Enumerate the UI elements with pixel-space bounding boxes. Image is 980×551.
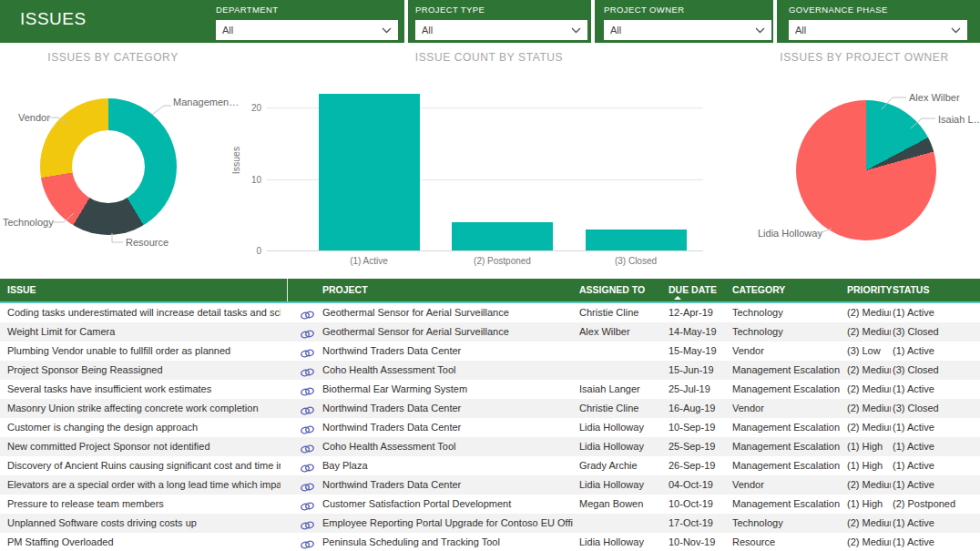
column-header-assigned_to[interactable]: ASSIGNED TO bbox=[579, 284, 666, 295]
sort-ascending-icon bbox=[674, 296, 681, 300]
link-icon[interactable] bbox=[300, 348, 315, 359]
donut-label-management-escalation: Managemen… bbox=[173, 97, 239, 107]
table-row[interactable]: PM Staffing OverloadedPeninsula Scheduli… bbox=[0, 533, 980, 551]
link-icon[interactable] bbox=[300, 463, 315, 474]
issue-link-cell[interactable] bbox=[300, 384, 315, 395]
due-date-cell: 16-Aug-19 bbox=[669, 399, 729, 418]
issues-by-project-owner-pie[interactable] bbox=[796, 100, 936, 240]
assigned-to-cell: Lidia Holloway bbox=[579, 533, 666, 551]
table-row[interactable]: Plumbing Vendor unable to fullfill order… bbox=[0, 342, 980, 361]
table-row[interactable]: Project Sponsor Being ReassignedCoho Hea… bbox=[0, 361, 980, 380]
assigned-to-cell bbox=[579, 361, 666, 380]
project-cell: Northwind Traders Data Center bbox=[322, 418, 573, 437]
column-header-project[interactable]: PROJECT bbox=[322, 284, 573, 295]
priority-cell: (2) Medium bbox=[847, 418, 891, 437]
issue-link-cell[interactable] bbox=[300, 480, 315, 491]
category-cell: Management Escalation bbox=[732, 380, 843, 399]
filter-dropdown-project-type[interactable]: All bbox=[415, 20, 587, 40]
table-row[interactable]: Several tasks have insufficient work est… bbox=[0, 380, 980, 399]
issue-link-cell[interactable] bbox=[300, 499, 315, 510]
issue-link-cell[interactable] bbox=[300, 518, 315, 529]
column-header-status[interactable]: STATUS bbox=[893, 284, 975, 295]
table-row[interactable]: Pressure to release team membersCustomer… bbox=[0, 495, 980, 514]
column-header-due_date[interactable]: DUE DATE bbox=[669, 284, 729, 295]
priority-cell: (2) Medium bbox=[847, 514, 891, 533]
status-bar-closed[interactable] bbox=[586, 230, 687, 250]
table-row[interactable]: Masonry Union strike affecting concrete … bbox=[0, 399, 980, 418]
issue-link-cell[interactable] bbox=[300, 442, 315, 453]
column-header-issue[interactable]: ISSUE bbox=[7, 284, 281, 295]
status-cell: (1) Active bbox=[893, 456, 975, 475]
issue-link-cell[interactable] bbox=[300, 537, 315, 548]
issue-link-cell[interactable] bbox=[300, 308, 315, 319]
x-category-label: (3) Closed bbox=[572, 256, 699, 266]
table-header: ISSUEPROJECTASSIGNED TODUE DATECATEGORYP… bbox=[0, 279, 980, 301]
donut-label-vendor: Vendor bbox=[18, 112, 50, 123]
chevron-down-icon bbox=[571, 27, 581, 34]
column-header-priority[interactable]: PRIORITY bbox=[847, 284, 891, 295]
link-icon[interactable] bbox=[300, 539, 315, 550]
link-icon[interactable] bbox=[300, 386, 315, 397]
y-tick-label: 10 bbox=[234, 175, 261, 185]
filter-label-project-owner: PROJECT OWNER bbox=[604, 5, 684, 15]
link-icon[interactable] bbox=[300, 424, 315, 435]
bar-chart-x-axis-line bbox=[267, 250, 703, 251]
pie-chart-title: ISSUES BY PROJECT OWNER bbox=[737, 51, 980, 64]
issue-link-cell[interactable] bbox=[300, 403, 315, 414]
header-tile-separator bbox=[773, 0, 777, 43]
issue-link-cell[interactable] bbox=[300, 365, 315, 376]
filter-value-department: All bbox=[222, 25, 233, 36]
project-cell: Northwind Traders Data Center bbox=[322, 399, 573, 418]
filter-value-project-type: All bbox=[422, 25, 433, 36]
category-cell: Technology bbox=[732, 514, 843, 533]
issue-link-cell[interactable] bbox=[300, 423, 315, 434]
category-cell: Resource bbox=[732, 533, 843, 551]
table-row[interactable]: Elevators are a special order with a lon… bbox=[0, 475, 980, 495]
column-header-category[interactable]: CATEGORY bbox=[732, 284, 843, 295]
table-row[interactable]: Customer is changing the design approach… bbox=[0, 418, 980, 437]
assigned-to-cell: Lidia Holloway bbox=[579, 475, 666, 495]
status-bar-active[interactable] bbox=[319, 94, 420, 250]
priority-cell: (1) High bbox=[847, 495, 891, 514]
due-date-cell: 12-Apr-19 bbox=[669, 303, 729, 322]
table-row[interactable]: Weight Limit for CameraGeothermal Sensor… bbox=[0, 322, 980, 342]
priority-cell: (2) Medium bbox=[847, 361, 891, 380]
link-icon[interactable] bbox=[300, 520, 315, 531]
table-row[interactable]: Coding tasks underestimated will increas… bbox=[0, 303, 980, 322]
issue-link-cell[interactable] bbox=[300, 346, 315, 357]
status-bar-postponed[interactable] bbox=[452, 222, 553, 250]
link-icon[interactable] bbox=[300, 310, 315, 321]
status-cell: (1) Active bbox=[893, 475, 975, 495]
table-row[interactable]: Discovery of Ancient Ruins causing signi… bbox=[0, 456, 980, 475]
link-icon[interactable] bbox=[300, 329, 315, 340]
issue-cell: Weight Limit for Camera bbox=[7, 322, 281, 342]
issue-link-cell[interactable] bbox=[300, 461, 315, 472]
status-cell: (1) Active bbox=[893, 533, 975, 551]
filter-dropdown-department[interactable]: All bbox=[216, 20, 398, 40]
assigned-to-cell: Lidia Holloway bbox=[579, 418, 666, 437]
issue-cell: Unplanned Software costs driving costs u… bbox=[7, 514, 281, 533]
link-icon[interactable] bbox=[300, 501, 315, 512]
table-row[interactable]: New committed Project Sponsor not identi… bbox=[0, 437, 980, 456]
priority-cell: (2) Medium bbox=[847, 399, 891, 418]
category-cell: Technology bbox=[732, 303, 843, 322]
due-date-cell: 04-Oct-19 bbox=[669, 475, 729, 495]
filter-dropdown-project-owner[interactable]: All bbox=[604, 20, 771, 40]
issue-link-cell[interactable] bbox=[300, 327, 315, 338]
link-icon[interactable] bbox=[300, 482, 315, 493]
y-tick-label: 20 bbox=[234, 103, 261, 113]
priority-cell: (2) Medium bbox=[847, 322, 891, 342]
table-row[interactable]: Unplanned Software costs driving costs u… bbox=[0, 514, 980, 533]
donut-label-resource: Resource bbox=[126, 237, 168, 248]
link-icon[interactable] bbox=[300, 405, 315, 416]
page-title: ISSUES bbox=[20, 9, 87, 29]
due-date-cell: 15-Jun-19 bbox=[669, 361, 729, 380]
table-header-separator bbox=[287, 279, 288, 301]
issue-cell: PM Staffing Overloaded bbox=[7, 533, 281, 551]
project-cell: Geothermal Sensor for Aerial Surveillanc… bbox=[322, 303, 573, 322]
assigned-to-cell: Grady Archie bbox=[579, 456, 666, 475]
link-icon[interactable] bbox=[300, 367, 315, 378]
link-icon[interactable] bbox=[300, 444, 315, 454]
filter-dropdown-governance-phase[interactable]: All bbox=[789, 20, 967, 40]
status-cell: (1) Active bbox=[893, 514, 975, 533]
